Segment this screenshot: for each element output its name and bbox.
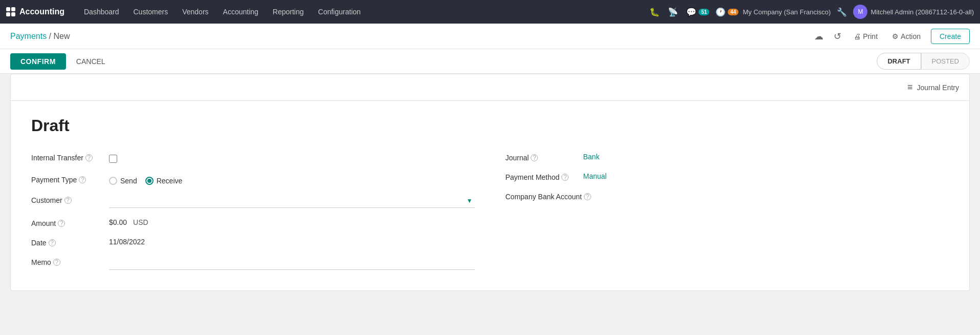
user-name: Mitchell Admin (20867112-16-0-all) [870,8,974,16]
cancel-button[interactable]: CANCEL [70,53,112,70]
customer-label: Customer ? [31,193,103,204]
gear-icon: ⚙ [892,32,899,40]
company-bank-help[interactable]: ? [584,193,591,200]
payment-method-help[interactable]: ? [561,174,569,181]
payment-type-help[interactable]: ? [79,176,86,183]
journal-entry-link[interactable]: ≡ Journal Entry [907,82,959,93]
internal-transfer-checkbox[interactable] [109,155,117,163]
user-avatar: M [853,5,867,19]
customer-value: ▼ [109,193,475,208]
create-button[interactable]: Create [931,29,970,44]
date-help[interactable]: ? [49,239,56,246]
memo-label: Memo ? [31,255,103,266]
menu-icon: ≡ [907,82,913,93]
nav-configuration[interactable]: Configuration [311,0,368,24]
top-navigation: Accounting Dashboard Customers Vendors A… [0,0,980,24]
internal-transfer-value [109,151,475,164]
amount-number[interactable]: $0.00 [109,218,127,226]
bug-icon[interactable]: 🐛 [647,5,662,19]
breadcrumb-actions: ☁ ↺ 🖨 Print ⚙ Action Create [812,29,970,44]
memo-input[interactable] [109,257,475,270]
journal-help[interactable]: ? [531,154,538,161]
breadcrumb-parent[interactable]: Payments [10,32,47,40]
clock-icon: 🕐 [713,5,728,19]
customer-row: Customer ? ▼ [31,193,475,208]
action-bar: CONFIRM CANCEL DRAFT POSTED [0,49,980,74]
form-grid: Internal Transfer ? Payment Type ? [31,151,949,270]
currency[interactable]: USD [133,218,148,226]
date-display[interactable]: 11/08/2022 [109,238,145,246]
form-card: ≡ Journal Entry Draft Internal Transfer … [10,74,970,291]
amount-display: $0.00 USD [109,218,475,226]
amount-help[interactable]: ? [58,220,65,227]
payment-type-value: Send Receive [109,173,475,185]
confirm-button[interactable]: CONFIRM [10,53,66,70]
nav-customers[interactable]: Customers [126,0,176,24]
payment-method-row: Payment Method ? Manual [506,170,949,181]
nav-dashboard[interactable]: Dashboard [77,0,126,24]
status-trail: DRAFT POSTED [877,53,970,70]
date-label: Date ? [31,236,103,247]
app-logo[interactable]: Accounting [6,7,73,16]
chat-count: 51 [699,9,709,15]
left-section: Internal Transfer ? Payment Type ? [31,151,475,270]
breadcrumb-bar: Payments / New ☁ ↺ 🖨 Print ⚙ Action Crea… [0,24,980,49]
send-radio-button[interactable] [109,177,117,185]
app-brand: Accounting [19,7,64,16]
internal-transfer-help[interactable]: ? [85,154,93,161]
receive-radio-button[interactable] [145,177,154,185]
customer-input[interactable] [109,195,475,208]
main-content: ≡ Journal Entry Draft Internal Transfer … [0,74,980,301]
company-name[interactable]: My Company (San Francisco) [743,8,831,16]
journal-display[interactable]: Bank [583,151,600,161]
nav-accounting[interactable]: Accounting [216,0,266,24]
internal-transfer-row: Internal Transfer ? [31,151,475,164]
memo-row: Memo ? [31,255,475,270]
company-bank-row: Company Bank Account ? [506,190,949,201]
main-menu: Dashboard Customers Vendors Accounting R… [77,0,647,24]
date-value: 11/08/2022 [109,236,475,246]
wrench-icon[interactable]: 🔧 [835,5,849,19]
status-posted: POSTED [921,53,970,70]
memo-help[interactable]: ? [53,259,60,266]
payment-type-send[interactable]: Send [109,177,137,185]
journal-entry-bar: ≡ Journal Entry [11,74,969,101]
payment-type-receive[interactable]: Receive [145,177,183,185]
customer-help[interactable]: ? [64,197,72,204]
channel-icon[interactable]: 📡 [666,5,680,19]
print-icon: 🖨 [854,32,861,40]
memo-value [109,255,475,270]
nav-reporting[interactable]: Reporting [266,0,311,24]
nav-vendors[interactable]: Vendors [175,0,215,24]
internal-transfer-label: Internal Transfer ? [31,151,103,162]
amount-row: Amount ? $0.00 USD [31,216,475,227]
breadcrumb-current: New [53,32,70,40]
payment-method-label: Payment Method ? [506,170,577,181]
activity-count: 44 [728,9,738,15]
chat-icon: 💬 [684,5,699,19]
journal-row: Journal ? Bank [506,151,949,162]
payment-type-label: Payment Type ? [31,173,103,184]
print-button[interactable]: 🖨 Print [850,30,882,43]
payment-method-value: Manual [583,170,949,180]
form-body: Draft Internal Transfer ? [11,101,969,290]
payment-type-radio-group: Send Receive [109,175,475,185]
form-title: Draft [31,116,949,135]
journal-value: Bank [583,151,949,161]
breadcrumb: Payments / New [10,32,812,41]
topnav-right: 🐛 📡 💬 51 🕐 44 My Company (San Francisco)… [647,5,974,19]
activity-badge[interactable]: 🕐 44 [713,5,738,19]
amount-value: $0.00 USD [109,216,475,226]
payment-type-row: Payment Type ? Send [31,173,475,185]
status-draft: DRAFT [877,53,921,70]
date-row: Date ? 11/08/2022 [31,236,475,247]
journal-entry-label: Journal Entry [917,83,959,92]
amount-label: Amount ? [31,216,103,227]
action-button[interactable]: ⚙ Action [888,30,925,43]
grid-icon [6,7,15,16]
refresh-icon[interactable]: ↺ [832,29,843,44]
user-menu[interactable]: M Mitchell Admin (20867112-16-0-all) [853,5,974,19]
cloud-upload-icon[interactable]: ☁ [812,29,825,44]
payment-method-display[interactable]: Manual [583,170,607,180]
chat-badge[interactable]: 💬 51 [684,5,709,19]
